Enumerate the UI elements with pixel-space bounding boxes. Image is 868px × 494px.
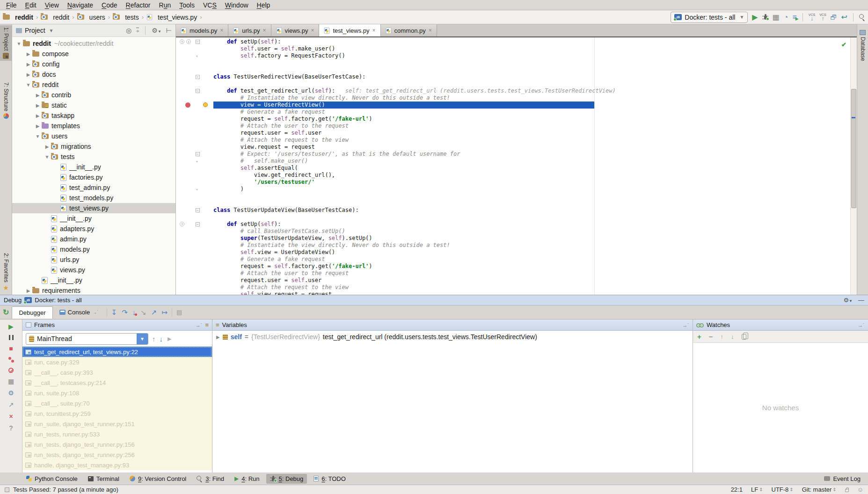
breadcrumb-item[interactable]: tests: [113, 14, 139, 21]
expand-arrow-icon[interactable]: ▶: [216, 334, 220, 340]
code-line-17[interactable]: − # Expect: '/users/testuser/', as that …: [176, 151, 857, 158]
gear-icon[interactable]: ⚙▼: [843, 297, 853, 304]
fold-marker-icon[interactable]: −: [196, 75, 200, 79]
code-gutter[interactable]: [176, 179, 213, 186]
pin-icon[interactable]: →˙: [682, 322, 689, 328]
menu-vcs[interactable]: VCS: [199, 0, 221, 10]
code-line-3[interactable]: ▿ self.factory = RequestFactory(): [176, 52, 857, 59]
code-gutter[interactable]: [176, 249, 213, 256]
coverage-button[interactable]: ▦: [773, 14, 780, 21]
code-line-24[interactable]: [176, 200, 857, 207]
editor-tab-models-py[interactable]: models.py×: [176, 24, 228, 36]
code-gutter[interactable]: [176, 123, 213, 130]
frame-row-9[interactable]: run_tests, runner.py:533: [22, 429, 212, 439]
step-into-icon[interactable]: ↓: [132, 308, 136, 316]
code-line-37[interactable]: self.view.request = request: [176, 291, 857, 295]
pause-icon[interactable]: [9, 335, 14, 340]
code-gutter[interactable]: [176, 235, 213, 242]
code-line-15[interactable]: # Attach the request to the view: [176, 137, 857, 144]
code-line-31[interactable]: self.view = UserUpdateView(): [176, 249, 857, 256]
collapse-all-icon[interactable]: ÷: [136, 28, 139, 34]
tool-button-structure[interactable]: 7: Structure: [0, 80, 12, 121]
mute-breakpoints-icon[interactable]: [8, 368, 14, 373]
code-gutter[interactable]: [176, 94, 213, 102]
tool-button-database[interactable]: Database: [857, 28, 868, 63]
code-gutter[interactable]: [176, 80, 213, 87]
search-everywhere-icon[interactable]: [859, 14, 865, 20]
close-icon[interactable]: ×: [9, 413, 13, 420]
status-message-area[interactable]: Tests Passed: 7 passed (a minute ago): [5, 486, 118, 493]
fold-marker-icon[interactable]: −: [196, 222, 200, 226]
tree-toggle-icon[interactable]: ▼: [24, 82, 32, 87]
editor-tab-test_views-py[interactable]: test_views.py×: [319, 24, 380, 36]
code-line-12[interactable]: request = self.factory.get('/fake-url'): [176, 116, 857, 123]
profiler-button[interactable]: ◔: [784, 14, 788, 21]
code-line-23[interactable]: [176, 193, 857, 200]
help-icon[interactable]: ?: [9, 425, 13, 431]
code-line-11[interactable]: # Generate a fake request: [176, 109, 857, 116]
tree-item-requirements[interactable]: ▶requirements: [12, 285, 175, 295]
run-configuration-select[interactable]: di Docker: tests - all ▼: [671, 12, 748, 23]
code-gutter[interactable]: [176, 242, 213, 249]
editor-tab-views-py[interactable]: views.py×: [271, 24, 320, 36]
code-line-13[interactable]: # Attach the user to the request: [176, 123, 857, 130]
breadcrumb-item[interactable]: reddit: [3, 14, 33, 21]
tree-toggle-icon[interactable]: ▶: [34, 113, 42, 118]
step-over-icon[interactable]: ↷: [122, 308, 128, 317]
chevron-down-icon[interactable]: ▼: [137, 333, 148, 345]
code-gutter[interactable]: [176, 165, 213, 172]
tree-item-static[interactable]: ▶static: [12, 100, 175, 110]
show-execution-point-icon[interactable]: ↧: [111, 308, 117, 317]
tree-toggle-icon[interactable]: ▶: [24, 62, 32, 67]
vcs-commit-button[interactable]: VCS↑: [819, 13, 826, 22]
move-down-icon[interactable]: ↓: [731, 333, 734, 340]
tree-item-test_models-py[interactable]: test_models.py: [12, 193, 175, 203]
tree-item-docs[interactable]: ▶docs: [12, 69, 175, 80]
tree-item-users[interactable]: ▼users: [12, 131, 175, 141]
run-to-cursor-icon[interactable]: ↦: [161, 308, 168, 317]
close-icon[interactable]: ×: [311, 27, 314, 34]
previous-frame-icon[interactable]: ↑: [152, 335, 156, 343]
tree-item-urls-py[interactable]: urls.py: [12, 254, 175, 265]
menu-navigate[interactable]: Navigate: [63, 0, 97, 10]
tab-console[interactable]: Console →˙: [54, 306, 104, 318]
code-line-29[interactable]: super(TestUserUpdateView, self).setUp(): [176, 235, 857, 242]
menu-view[interactable]: View: [41, 0, 63, 10]
stop-icon[interactable]: ■: [9, 345, 13, 352]
code-line-22[interactable]: ▿ ): [176, 186, 857, 193]
tool-button-6-todo[interactable]: 6: TODO: [310, 474, 350, 484]
tool-button-5-debug[interactable]: 5: Debug: [266, 474, 307, 484]
chevron-down-icon[interactable]: ▼: [49, 28, 54, 33]
menu-help[interactable]: Help: [253, 0, 275, 10]
execution-line-marker[interactable]: [852, 117, 855, 118]
code-gutter[interactable]: [176, 277, 213, 284]
tree-item-migrations[interactable]: ▶migrations: [12, 141, 175, 152]
tree-toggle-icon[interactable]: ▶: [43, 144, 51, 149]
tree-item-templates[interactable]: ▶templates: [12, 121, 175, 131]
tree-toggle-icon[interactable]: ▶: [24, 288, 32, 293]
code-gutter[interactable]: ▿: [176, 52, 213, 59]
code-gutter[interactable]: [176, 144, 213, 151]
menu-file[interactable]: File: [2, 0, 21, 10]
code-line-33[interactable]: request = self.factory.get('/fake-url'): [176, 263, 857, 270]
code-gutter[interactable]: [176, 228, 213, 235]
tree-item-test_views-py[interactable]: test_views.py: [12, 203, 175, 213]
tree-item-tests[interactable]: ▼tests: [12, 152, 175, 162]
code-line-20[interactable]: view.get_redirect_url(),: [176, 172, 857, 179]
code-gutter[interactable]: −↑↓: [176, 38, 213, 45]
close-icon[interactable]: ×: [220, 27, 223, 34]
duplicate-watch-icon[interactable]: [742, 334, 746, 340]
tree-toggle-icon[interactable]: ▼: [34, 134, 42, 139]
force-step-into-icon[interactable]: ↘: [140, 308, 146, 317]
code-line-5[interactable]: [176, 66, 857, 73]
tree-item-config[interactable]: ▶config: [12, 59, 175, 69]
code-gutter[interactable]: [176, 193, 213, 200]
code-line-14[interactable]: request.user = self.user: [176, 130, 857, 137]
code-area[interactable]: −↑↓ def setUp(self): self.user = self.ma…: [176, 37, 857, 295]
scrollbar-thumb[interactable]: [851, 89, 856, 208]
next-frame-icon[interactable]: ↓: [160, 335, 163, 343]
code-line-35[interactable]: request.user = self.user: [176, 277, 857, 284]
tree-item-__init__-py[interactable]: __init__.py: [12, 162, 175, 172]
code-gutter[interactable]: [176, 200, 213, 207]
fold-marker-icon[interactable]: −: [196, 152, 200, 156]
